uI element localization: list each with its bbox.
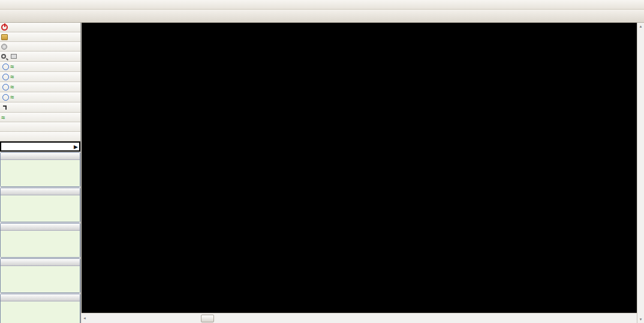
scroll-up-icon[interactable]: ▴ xyxy=(637,23,644,30)
trigger-edge-icon xyxy=(3,105,8,110)
panel-header[interactable] xyxy=(1,188,80,195)
channel-row-4[interactable]: ≈ xyxy=(0,92,80,102)
menu-bar xyxy=(0,0,644,10)
measure-value-a xyxy=(1,266,80,279)
scroll-left-icon[interactable]: ◂ xyxy=(82,316,88,321)
channel-row-3[interactable]: ≈ xyxy=(0,82,80,92)
toolbar xyxy=(0,10,644,23)
measure-panel-sync4 xyxy=(0,258,80,293)
load-file-icon xyxy=(1,34,8,40)
cursor-time-row[interactable]: ≈ xyxy=(0,113,80,122)
sidebar-item-load-plugin[interactable] xyxy=(0,42,80,52)
measure-panel-sync2 xyxy=(0,223,80,258)
channel-row-2[interactable]: ≈ xyxy=(0,72,80,82)
app-window: ≈ ≈ ≈ ≈ xyxy=(0,0,644,323)
timebase-icon xyxy=(11,54,17,59)
channel-row-1[interactable]: ≈ xyxy=(0,62,80,72)
measure-value-a xyxy=(1,160,80,173)
measure-value-delta xyxy=(1,173,80,186)
cursor-a-row[interactable] xyxy=(0,122,80,132)
coupling-icon: ≈ xyxy=(10,63,14,70)
control-sidebar: ≈ ≈ ≈ ≈ xyxy=(0,23,81,323)
measure-value-t xyxy=(1,301,80,315)
phi-script-row[interactable]: ▶ xyxy=(0,141,80,152)
coupling-icon: ≈ xyxy=(10,83,14,90)
horizontal-scroll-thumb[interactable] xyxy=(201,315,214,322)
zoom-icon xyxy=(1,54,6,59)
measure-value-delta xyxy=(1,279,80,292)
measure-panel-dx xyxy=(0,152,80,187)
scroll-down-icon[interactable]: ▾ xyxy=(637,316,644,323)
probe-number-icon xyxy=(2,64,9,70)
measure-value-delta xyxy=(1,244,80,257)
measure-value-a xyxy=(1,231,80,244)
plugin-icon xyxy=(1,44,7,50)
panel-header[interactable] xyxy=(1,294,80,301)
scope-canvas[interactable] xyxy=(82,23,637,313)
measure-value-f xyxy=(1,315,80,323)
probe-number-icon xyxy=(2,74,9,80)
coupling-icon: ≈ xyxy=(10,93,14,101)
sidebar-item-start-device[interactable] xyxy=(0,23,80,32)
trigger-row[interactable] xyxy=(0,102,80,113)
coupling-icon: ≈ xyxy=(10,73,14,80)
horizontal-scrollbar[interactable]: ◂ xyxy=(82,313,637,323)
panel-header[interactable] xyxy=(1,224,80,231)
panel-header[interactable] xyxy=(1,259,80,266)
cursor-b-row[interactable] xyxy=(0,132,80,141)
vertical-scrollbar[interactable]: ▴ ▾ xyxy=(637,23,644,323)
probe-number-icon xyxy=(2,94,9,101)
panel-header[interactable] xyxy=(1,153,80,160)
measure-value-delta xyxy=(1,209,80,222)
measure-value-a xyxy=(1,195,80,209)
sidebar-item-load-up-file[interactable] xyxy=(0,32,80,42)
power-icon xyxy=(1,24,8,31)
run-arrow-icon[interactable]: ▶ xyxy=(74,144,78,150)
measure-panel-sync1 xyxy=(0,188,80,222)
scope-display[interactable] xyxy=(82,23,637,313)
measure-panel-ab-interval xyxy=(0,294,80,323)
waveform-time-icon: ≈ xyxy=(1,114,5,121)
scale-row[interactable] xyxy=(0,52,80,62)
probe-number-icon xyxy=(2,84,9,90)
